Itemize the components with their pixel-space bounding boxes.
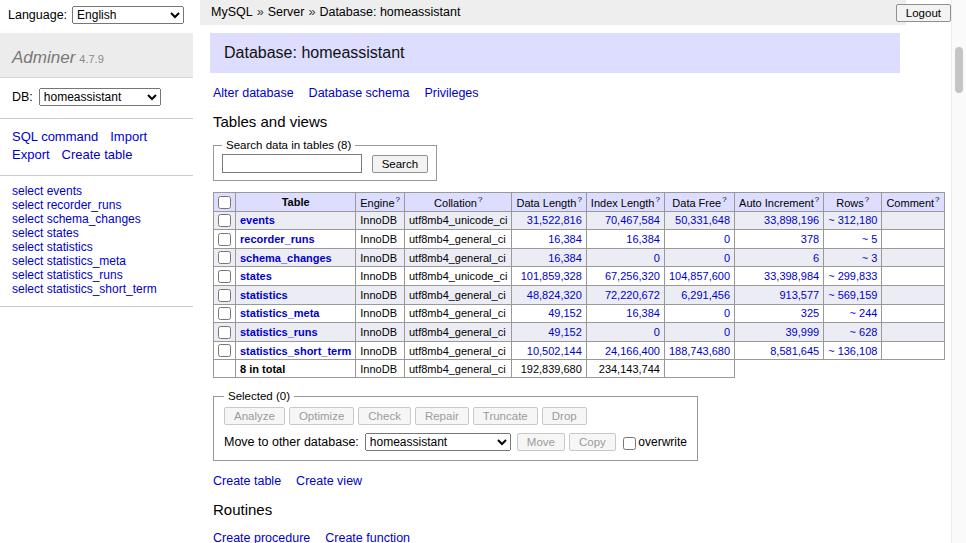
index-length-link[interactable]: 67,256,320 bbox=[605, 270, 660, 282]
column-help-icon[interactable]: ? bbox=[865, 195, 869, 204]
link-create-view[interactable]: Create view bbox=[296, 474, 362, 488]
data-free-link[interactable]: 104,857,600 bbox=[669, 270, 730, 282]
index-length-link[interactable]: 16,384 bbox=[626, 307, 660, 319]
row-checkbox-recorder_runs[interactable] bbox=[218, 233, 231, 246]
data-length-link[interactable]: 10,502,144 bbox=[527, 345, 582, 357]
sidebar-select-statistics-runs[interactable]: select statistics_runs bbox=[12, 268, 181, 282]
index-length-link[interactable]: 70,467,584 bbox=[605, 214, 660, 226]
breadcrumb-link-mysql[interactable]: MySQL bbox=[211, 5, 253, 19]
language-select[interactable]: English bbox=[72, 6, 184, 24]
analyze-button[interactable]: Analyze bbox=[224, 407, 285, 425]
check-button[interactable]: Check bbox=[358, 407, 411, 425]
index-length-link[interactable]: 0 bbox=[654, 252, 660, 264]
column-help-icon[interactable]: ? bbox=[396, 195, 400, 204]
column-help-icon[interactable]: ? bbox=[935, 195, 939, 204]
sidebar-link-export[interactable]: Export bbox=[12, 146, 50, 164]
sidebar-link-create-table[interactable]: Create table bbox=[62, 146, 133, 164]
sidebar-select-events[interactable]: select events bbox=[12, 184, 181, 198]
sidebar-select-schema-changes[interactable]: select schema_changes bbox=[12, 212, 181, 226]
link-create-procedure[interactable]: Create procedure bbox=[213, 531, 310, 543]
db-select[interactable]: homeassistant bbox=[39, 88, 161, 106]
data-length-link[interactable]: 49,152 bbox=[548, 326, 582, 338]
table-link-schema_changes[interactable]: schema_changes bbox=[240, 252, 332, 264]
auto-increment-link[interactable]: 8,581,645 bbox=[770, 345, 819, 357]
table-link-events[interactable]: events bbox=[240, 214, 275, 226]
row-checkbox-schema_changes[interactable] bbox=[218, 251, 231, 264]
data-length-link[interactable]: 16,384 bbox=[548, 233, 582, 245]
copy-button[interactable]: Copy bbox=[569, 433, 616, 451]
rows-count-link[interactable]: ~ 244 bbox=[850, 307, 878, 319]
data-free-link[interactable]: 188,743,680 bbox=[669, 345, 730, 357]
auto-increment-link[interactable]: 33,398,984 bbox=[764, 270, 819, 282]
auto-increment-link[interactable]: 39,999 bbox=[786, 326, 820, 338]
sidebar-select-statistics-meta[interactable]: select statistics_meta bbox=[12, 254, 181, 268]
table-link-statistics_runs[interactable]: statistics_runs bbox=[240, 326, 318, 338]
row-checkbox-statistics_runs[interactable] bbox=[218, 326, 231, 339]
data-free-link[interactable]: 0 bbox=[724, 252, 730, 264]
action-privileges[interactable]: Privileges bbox=[424, 86, 478, 100]
row-checkbox-statistics[interactable] bbox=[218, 289, 231, 302]
table-link-statistics_meta[interactable]: statistics_meta bbox=[240, 307, 320, 319]
sidebar-select-recorder-runs[interactable]: select recorder_runs bbox=[12, 198, 181, 212]
rows-count-link[interactable]: ~ 5 bbox=[862, 233, 878, 245]
overwrite-checkbox[interactable] bbox=[623, 437, 636, 450]
move-db-select[interactable]: homeassistant bbox=[365, 433, 511, 451]
index-length-link[interactable]: 0 bbox=[654, 326, 660, 338]
rows-count-link[interactable]: ~ 136,108 bbox=[828, 345, 877, 357]
sidebar-select-statistics-short-term[interactable]: select statistics_short_term bbox=[12, 282, 181, 296]
search-input[interactable] bbox=[222, 154, 362, 173]
drop-button[interactable]: Drop bbox=[542, 407, 587, 425]
index-length-link[interactable]: 24,166,400 bbox=[605, 345, 660, 357]
column-help-icon[interactable]: ? bbox=[722, 195, 726, 204]
rows-count-link[interactable]: ~ 299,833 bbox=[828, 270, 877, 282]
auto-increment-link[interactable]: 33,898,196 bbox=[764, 214, 819, 226]
scrollbar-thumb[interactable] bbox=[955, 47, 963, 93]
column-help-icon[interactable]: ? bbox=[655, 195, 659, 204]
data-length-link[interactable]: 101,859,328 bbox=[521, 270, 582, 282]
optimize-button[interactable]: Optimize bbox=[289, 407, 354, 425]
sidebar-select-states[interactable]: select states bbox=[12, 226, 181, 240]
breadcrumb-link-server[interactable]: Server bbox=[268, 5, 305, 19]
row-checkbox-statistics_short_term[interactable] bbox=[218, 344, 231, 357]
table-link-recorder_runs[interactable]: recorder_runs bbox=[240, 233, 315, 245]
data-free-link[interactable]: 0 bbox=[724, 326, 730, 338]
link-create-table[interactable]: Create table bbox=[213, 474, 281, 488]
sidebar-select-statistics[interactable]: select statistics bbox=[12, 240, 181, 254]
data-free-link[interactable]: 0 bbox=[724, 307, 730, 319]
auto-increment-link[interactable]: 378 bbox=[801, 233, 819, 245]
rows-count-link[interactable]: ~ 569,159 bbox=[828, 289, 877, 301]
auto-increment-link[interactable]: 913,577 bbox=[779, 289, 819, 301]
index-length-link[interactable]: 72,220,672 bbox=[605, 289, 660, 301]
rows-count-link[interactable]: ~ 3 bbox=[862, 252, 878, 264]
action-database-schema[interactable]: Database schema bbox=[309, 86, 410, 100]
column-help-icon[interactable]: ? bbox=[577, 195, 581, 204]
search-button[interactable]: Search bbox=[372, 155, 428, 173]
row-checkbox-events[interactable] bbox=[218, 214, 231, 227]
scrollbar[interactable] bbox=[951, 0, 966, 543]
rows-count-link[interactable]: ~ 628 bbox=[850, 326, 878, 338]
table-link-statistics[interactable]: statistics bbox=[240, 289, 288, 301]
move-button[interactable]: Move bbox=[517, 433, 565, 451]
repair-button[interactable]: Repair bbox=[415, 407, 469, 425]
column-help-icon[interactable]: ? bbox=[815, 195, 819, 204]
link-create-function[interactable]: Create function bbox=[325, 531, 410, 543]
table-link-statistics_short_term[interactable]: statistics_short_term bbox=[240, 345, 351, 357]
data-length-link[interactable]: 49,152 bbox=[548, 307, 582, 319]
sidebar-link-import[interactable]: Import bbox=[110, 128, 147, 146]
auto-increment-link[interactable]: 6 bbox=[813, 252, 819, 264]
data-free-link[interactable]: 0 bbox=[724, 233, 730, 245]
data-length-link[interactable]: 48,824,320 bbox=[527, 289, 582, 301]
data-free-link[interactable]: 6,291,456 bbox=[681, 289, 730, 301]
truncate-button[interactable]: Truncate bbox=[473, 407, 538, 425]
sidebar-link-sql-command[interactable]: SQL command bbox=[12, 128, 98, 146]
data-length-link[interactable]: 31,522,816 bbox=[527, 214, 582, 226]
table-link-states[interactable]: states bbox=[240, 270, 272, 282]
data-length-link[interactable]: 16,384 bbox=[548, 252, 582, 264]
logout-button[interactable]: Logout bbox=[896, 4, 951, 22]
row-checkbox-statistics_meta[interactable] bbox=[218, 307, 231, 320]
column-help-icon[interactable]: ? bbox=[478, 195, 482, 204]
select-all-checkbox[interactable] bbox=[218, 196, 231, 209]
auto-increment-link[interactable]: 325 bbox=[801, 307, 819, 319]
rows-count-link[interactable]: ~ 312,180 bbox=[828, 214, 877, 226]
row-checkbox-states[interactable] bbox=[218, 270, 231, 283]
